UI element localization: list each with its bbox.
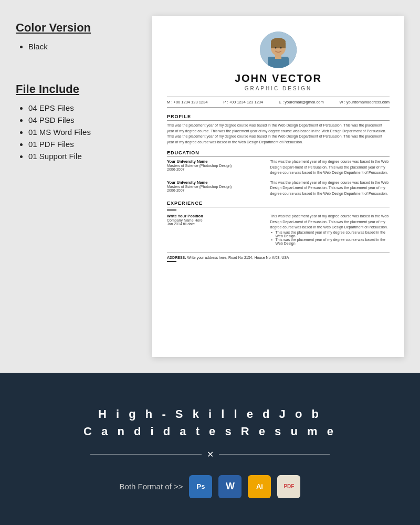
education-row-0: Your University Name Masters of Science … (167, 159, 390, 176)
divider-right (219, 454, 330, 455)
education-row-1: Your University Name Masters of Science … (167, 180, 390, 197)
exp-right-0: This was the placement year of my degree… (270, 214, 390, 245)
ai-label: Ai (256, 482, 263, 490)
divider-left (90, 454, 202, 455)
format-row: Both Format of >> Ps W Ai PDF (120, 475, 301, 498)
exp-bullet-0: This was the placement year of my degree… (270, 230, 390, 238)
svg-point-6 (275, 47, 277, 49)
file-item-0: 04 EPS Files (28, 103, 142, 112)
format-label: Both Format of >> (120, 482, 183, 491)
avatar (260, 32, 297, 68)
exp-bullet-1: This was the placement year of my degree… (270, 238, 390, 245)
exp-left-0: Write Your Position Company Name Here Ja… (167, 214, 265, 245)
address-text: Write your address here, Road No-2154, H… (187, 256, 289, 259)
pdf-icon-badge: PDF (277, 475, 300, 498)
edu-desc-1: This was the placement year of my degree… (270, 180, 390, 197)
file-item-4: 01 Support File (28, 152, 142, 161)
edu-year-1: 2006-2007 (167, 188, 265, 192)
exp-desc-0: This was the placement year of my degree… (270, 214, 390, 230)
top-section: Color Version Black File Include 04 EPS … (0, 0, 420, 373)
resume-header: JOHN VECTOR GRAPHIC DESIGN (167, 32, 390, 91)
svg-rect-5 (271, 43, 286, 48)
edu-uni-1: Your University Name (167, 180, 265, 185)
color-list: Black (16, 42, 142, 51)
file-item-3: 01 PDF Files (28, 140, 142, 149)
exp-position-0: Write Your Position (167, 214, 265, 218)
divider-symbol: ✕ (207, 449, 214, 459)
ai-icon-badge: Ai (248, 475, 271, 498)
color-version-title: Color Version (16, 21, 142, 35)
resume-name: JOHN VECTOR (167, 72, 390, 85)
edu-degree-0: Masters of Science (Photoshop Design) (167, 164, 265, 167)
exp-divider (167, 209, 176, 211)
experience-row-0: Write Your Position Company Name Here Ja… (167, 214, 390, 245)
word-label: W (226, 481, 235, 492)
edu-left-1: Your University Name Masters of Science … (167, 180, 265, 197)
experience-heading: EXPERIENCE (167, 201, 390, 207)
left-panel: Color Version Black File Include 04 EPS … (16, 16, 142, 357)
color-item-black: Black (28, 42, 142, 51)
edu-desc-0: This was the placement year of my degree… (270, 159, 390, 176)
address-label: ADDRESS: (167, 256, 186, 259)
word-icon-badge: W (218, 475, 242, 498)
file-include-title: File Include (16, 82, 142, 96)
pdf-label: PDF (284, 484, 294, 489)
svg-point-7 (280, 47, 282, 49)
file-item-2: 01 MS Word Files (28, 128, 142, 136)
edu-year-0: 2006-2007 (167, 167, 265, 171)
edu-right-1: This was the placement year of my degree… (270, 180, 390, 197)
exp-company-0: Company Name Here (167, 218, 265, 222)
profile-heading: PROFILE (167, 114, 390, 121)
edu-uni-0: Your University Name (167, 159, 265, 164)
tagline-line1: H i g h - S k i l l e d J o b (98, 407, 322, 421)
contact-email: E : youremail@gmail.com (279, 100, 324, 104)
resume-subtitle: GRAPHIC DESIGN (167, 86, 390, 91)
tagline-line2: C a n d i d a t e s R e s u m e (83, 425, 337, 438)
address-bar: ADDRESS: Write your address here, Road N… (167, 253, 390, 262)
ps-label: Ps (197, 482, 205, 490)
contact-bar: M : +00 1234 123 1234 P : +00 1234 123 1… (167, 97, 390, 108)
profile-text: This was the placement year of my degree… (167, 123, 390, 145)
file-item-1: 04 PSD Files (28, 116, 142, 124)
file-list: 04 EPS Files 04 PSD Files 01 MS Word Fil… (16, 103, 142, 161)
address-dash (167, 261, 176, 262)
ps-icon-badge: Ps (189, 475, 212, 498)
contact-web: W : yourdomainaddress.com (340, 100, 390, 104)
tagline: H i g h - S k i l l e d J o b C a n d i … (83, 405, 337, 440)
education-heading: EDUCATION (167, 150, 390, 157)
contact-phone: P : +00 1234 123 1234 (223, 100, 263, 104)
exp-date-0: Jan 2014 till date (167, 222, 265, 226)
contact-mobile: M : +00 1234 123 1234 (167, 100, 207, 104)
edu-left-0: Your University Name Masters of Science … (167, 159, 265, 176)
resume-preview: JOHN VECTOR GRAPHIC DESIGN M : +00 1234 … (152, 16, 404, 357)
divider-row: ✕ (90, 449, 330, 459)
edu-right-0: This was the placement year of my degree… (270, 159, 390, 176)
edu-degree-1: Masters of Science (Photoshop Design) (167, 185, 265, 188)
bottom-section: H i g h - S k i l l e d J o b C a n d i … (0, 373, 420, 525)
avatar-svg (260, 32, 297, 68)
